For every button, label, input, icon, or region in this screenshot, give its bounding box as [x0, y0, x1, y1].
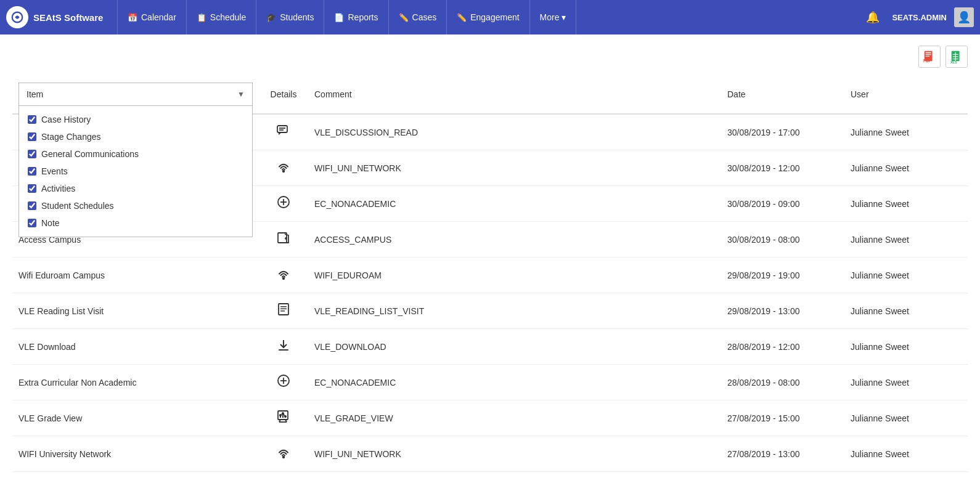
option-label-case-history: Case History	[41, 115, 91, 124]
nav-calendar-label: Calendar	[141, 12, 176, 22]
table-row: WIFI University Network WIFI_UNI_NETWORK…	[12, 436, 968, 472]
cell-user-0: Julianne Sweet	[844, 114, 968, 150]
nav-right: 🔔 SEATS.ADMIN 👤	[861, 7, 974, 27]
item-dropdown-button[interactable]: Item ▼	[18, 83, 253, 106]
option-label-note: Note	[41, 218, 60, 228]
cell-details-4	[259, 258, 308, 293]
nav-items: 📅 Calendar 📋 Schedule 🎓 Students 📄 Repor…	[117, 0, 861, 34]
checkbox-activities[interactable]	[28, 184, 36, 193]
cell-details-8	[259, 400, 308, 436]
cell-comment-0: VLE_DISCUSSION_READ	[308, 114, 721, 150]
cell-user-1: Julianne Sweet	[844, 150, 968, 186]
students-icon: 🎓	[266, 13, 276, 22]
brand-link[interactable]: SEAtS Software	[6, 6, 105, 28]
toolbar: PDF XLS	[12, 41, 968, 73]
engagement-icon: ✏️	[457, 13, 467, 22]
option-label-events: Events	[41, 166, 68, 176]
cell-comment-1: WIFI_UNI_NETWORK	[308, 150, 721, 186]
brand-name: SEAtS Software	[33, 12, 103, 23]
cell-date-5: 29/08/2019 - 13:00	[721, 293, 844, 329]
checkbox-events[interactable]	[28, 167, 36, 176]
cell-user-5: Julianne Sweet	[844, 293, 968, 329]
svg-point-39	[283, 457, 284, 458]
admin-label: SEATS.ADMIN	[892, 13, 947, 22]
checkbox-note[interactable]	[28, 219, 36, 227]
dropdown-option-case-history[interactable]: Case History	[19, 111, 252, 128]
cell-user-8: Julianne Sweet	[844, 400, 968, 436]
table-row: VLE Grade View VLE_GRADE_VIEW 27/08/2019…	[12, 400, 968, 436]
cell-date-9: 27/08/2019 - 13:00	[721, 436, 844, 472]
option-label-student-schedules: Student Schedules	[41, 201, 114, 211]
checkbox-stage-changes[interactable]	[28, 132, 36, 141]
cell-user-2: Julianne Sweet	[844, 186, 968, 222]
dropdown-option-general-comms[interactable]: General Communications	[19, 145, 252, 163]
table-row: VLE Download VLE_DOWNLOAD 28/08/2019 - 1…	[12, 329, 968, 365]
nav-schedule-label: Schedule	[210, 12, 246, 22]
dropdown-option-stage-changes[interactable]: Stage Changes	[19, 128, 252, 145]
excel-export-button[interactable]: XLS	[945, 46, 968, 68]
nav-students[interactable]: 🎓 Students	[256, 0, 324, 34]
cell-date-8: 27/08/2019 - 15:00	[721, 400, 844, 436]
cell-details-3	[259, 222, 308, 258]
cell-details-0	[259, 114, 308, 150]
cell-item-6: VLE Download	[12, 329, 259, 365]
cell-user-9: Julianne Sweet	[844, 436, 968, 472]
item-dropdown-label: Item	[27, 89, 43, 99]
cell-date-4: 29/08/2019 - 19:00	[721, 258, 844, 293]
svg-rect-24	[280, 309, 287, 310]
checkbox-general-comms[interactable]	[28, 150, 36, 158]
svg-point-21	[283, 278, 284, 279]
option-label-general-comms: General Communications	[41, 149, 139, 159]
cell-date-0: 30/08/2019 - 17:00	[721, 114, 844, 150]
svg-point-36	[280, 415, 281, 416]
nav-engagement-label: Engagement	[470, 12, 519, 22]
pdf-export-button[interactable]: PDF	[918, 46, 941, 68]
cell-item-7: Extra Curricular Non Academic	[12, 365, 259, 400]
avatar[interactable]: 👤	[954, 7, 974, 27]
notification-bell[interactable]: 🔔	[861, 8, 884, 26]
col-header-user: User	[844, 75, 968, 114]
cell-details-6	[259, 329, 308, 365]
dropdown-option-note[interactable]: Note	[19, 214, 252, 232]
nav-students-label: Students	[280, 12, 314, 22]
cell-details-7	[259, 365, 308, 400]
svg-point-15	[283, 171, 284, 172]
dropdown-option-events[interactable]: Events	[19, 163, 252, 180]
svg-text:XLS: XLS	[950, 60, 957, 63]
nav-schedule[interactable]: 📋 Schedule	[187, 0, 256, 34]
nav-cases[interactable]: ✏️ Cases	[389, 0, 447, 34]
svg-rect-2	[926, 52, 931, 54]
option-label-activities: Activities	[41, 184, 75, 193]
calendar-icon: 📅	[128, 13, 137, 22]
cell-date-7: 28/08/2019 - 08:00	[721, 365, 844, 400]
nav-reports-label: Reports	[348, 12, 378, 22]
svg-rect-4	[926, 56, 929, 57]
nav-calendar[interactable]: 📅 Calendar	[117, 0, 187, 34]
svg-point-20	[285, 238, 287, 239]
nav-more[interactable]: More ▾	[530, 0, 577, 34]
item-dropdown-menu: Case History Stage Changes General Commu…	[18, 106, 253, 237]
svg-point-38	[285, 416, 286, 417]
checkbox-student-schedules[interactable]	[28, 201, 36, 210]
col-header-item: Item ▼ Case History Stage Cha	[12, 75, 259, 114]
nav-cases-label: Cases	[412, 12, 437, 22]
cell-date-6: 28/08/2019 - 12:00	[721, 329, 844, 365]
nav-more-label: More ▾	[540, 12, 566, 22]
nav-engagement[interactable]: ✏️ Engagement	[447, 0, 529, 34]
cell-comment-6: VLE_DOWNLOAD	[308, 329, 721, 365]
dropdown-option-activities[interactable]: Activities	[19, 180, 252, 197]
table-row: Extra Curricular Non Academic EC_NONACAD…	[12, 365, 968, 400]
cell-user-4: Julianne Sweet	[844, 258, 968, 293]
cell-comment-2: EC_NONACADEMIC	[308, 186, 721, 222]
cell-comment-9: WIFI_UNI_NETWORK	[308, 436, 721, 472]
nav-reports[interactable]: 📄 Reports	[324, 0, 388, 34]
svg-text:PDF: PDF	[923, 59, 931, 63]
dropdown-option-student-schedules[interactable]: Student Schedules	[19, 197, 252, 214]
cell-user-7: Julianne Sweet	[844, 365, 968, 400]
table-header-row: Item ▼ Case History Stage Cha	[12, 75, 968, 114]
schedule-icon: 📋	[197, 13, 206, 22]
cell-comment-8: VLE_GRADE_VIEW	[308, 400, 721, 436]
checkbox-case-history[interactable]	[28, 115, 36, 124]
table-row: Wifi Eduroam Campus WIFI_EDUROAM 29/08/2…	[12, 258, 968, 293]
option-label-stage-changes: Stage Changes	[41, 132, 101, 142]
